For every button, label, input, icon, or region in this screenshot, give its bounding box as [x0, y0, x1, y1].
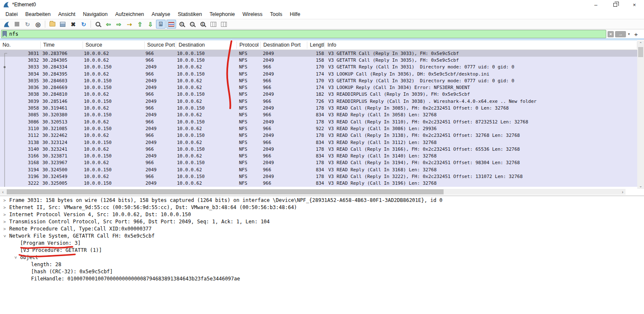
detail-line[interactable]: FileHandle: 0100070001007000000000000879… [0, 275, 644, 283]
packet-row-3038[interactable]: 303830.28481010.0.0.6296610.0.0.150NFS20… [0, 91, 637, 98]
packet-row-3032[interactable]: 303230.28430510.0.0.6296610.0.0.150NFS20… [0, 57, 637, 63]
packet-row-3138[interactable]: 313830.32312410.0.0.150204910.0.0.62NFS9… [0, 139, 637, 146]
filter-apply-button[interactable]: → [615, 31, 626, 37]
cell-src_port: 966 [145, 160, 176, 165]
start-capture-icon[interactable] [2, 20, 11, 29]
auto-scroll-icon[interactable]: ⍗ [156, 20, 166, 29]
scroll-up-icon[interactable]: ⌃ [637, 40, 644, 47]
menu-hilfe[interactable]: Hilfe [286, 10, 304, 18]
detail-line[interactable]: >object [0, 254, 644, 261]
menu-telephonie[interactable]: Telephonie [206, 10, 239, 18]
column-header-destination[interactable]: Destination [176, 42, 237, 49]
packet-row-3194[interactable]: 319430.32450010.0.0.150204910.0.0.62NFS9… [0, 166, 637, 173]
detail-line[interactable]: >Transmission Control Protocol, Src Port… [0, 218, 644, 225]
expand-arrow-icon[interactable]: > [3, 197, 7, 204]
detail-line[interactable]: >Frame 3031: 158 bytes on wire (1264 bit… [0, 197, 644, 204]
detail-line[interactable]: >Internet Protocol Version 4, Src: 10.0.… [0, 211, 644, 218]
menu-datei[interactable]: Datei [2, 10, 21, 18]
scroll-right-icon[interactable]: › [620, 189, 626, 195]
packet-row-3033[interactable]: 303330.28433410.0.0.150204910.0.0.62NFS9… [0, 64, 637, 71]
expand-arrow-icon[interactable]: > [3, 211, 7, 218]
column-header-length[interactable]: Lengtl [307, 42, 325, 49]
menu-tools[interactable]: Tools [266, 10, 286, 18]
packet-row-3035[interactable]: 303530.28460310.0.0.150204910.0.0.62NFS9… [0, 77, 637, 84]
restore-button[interactable] [605, 0, 625, 9]
column-header-protocol[interactable]: Protocol [237, 42, 261, 49]
vertical-scrollbar-thumb[interactable] [638, 47, 643, 57]
expand-arrow-icon[interactable]: > [3, 218, 7, 225]
layout-icon[interactable] [219, 20, 229, 29]
packet-row-3086[interactable]: 308630.32051310.0.0.6296610.0.0.150NFS20… [0, 118, 637, 125]
detail-line[interactable]: length: 28 [0, 261, 644, 268]
column-header-no[interactable]: No. [0, 42, 41, 49]
stop-capture-icon[interactable] [12, 20, 22, 29]
filter-clear-button[interactable]: × [608, 31, 614, 37]
reload-file-icon[interactable]: ↻ [79, 20, 88, 29]
packet-row-3039[interactable]: 303930.28514610.0.0.150204910.0.0.62NFS9… [0, 98, 637, 105]
detail-line[interactable]: >Ethernet II, Src: VMware_9d:55:cc (00:5… [0, 204, 644, 211]
go-back-icon[interactable]: ⇦ [104, 20, 113, 29]
detail-line[interactable]: [Program Version: 3] [0, 240, 644, 247]
column-header-dst_port[interactable]: Destination Port [261, 42, 307, 49]
column-header-source[interactable]: Source [83, 42, 145, 49]
vertical-scrollbar[interactable]: ⌃ ⌄ [637, 40, 644, 189]
menu-ansicht[interactable]: Ansicht [55, 10, 79, 18]
packet-row-3110[interactable]: 311030.32108510.0.0.150204910.0.0.62NFS9… [0, 125, 637, 132]
horizontal-scrollbar[interactable]: ‹ › [0, 189, 626, 195]
filter-dropdown-caret[interactable]: ▾ [626, 32, 632, 36]
packet-row-3031[interactable]: 303130.28370610.0.0.6296610.0.0.150NFS20… [0, 50, 637, 57]
detail-line[interactable]: >Remote Procedure Call, Type:Call XID:0x… [0, 225, 644, 233]
filter-add-button[interactable]: + [632, 31, 640, 38]
menu-wireless[interactable]: Wireless [239, 10, 266, 18]
menu-bearbeiten[interactable]: Bearbeiten [21, 10, 54, 18]
zoom-out-icon[interactable]: − [187, 20, 197, 29]
menu-statistiken[interactable]: Statistiken [174, 10, 206, 18]
packet-row-3036[interactable]: 303630.28466910.0.0.150204910.0.0.62NFS9… [0, 84, 637, 91]
go-forward-icon[interactable]: ⇨ [114, 20, 124, 29]
save-file-icon[interactable] [58, 20, 68, 29]
resize-columns-icon[interactable] [208, 20, 218, 29]
packet-row-3196[interactable]: 319630.32454910.0.0.6296610.0.0.150NFS20… [0, 173, 637, 180]
packet-row-3168[interactable]: 316830.32396710.0.0.6296610.0.0.150NFS20… [0, 160, 637, 166]
go-last-packet-icon[interactable]: ⇩ [145, 20, 155, 29]
collapse-arrow-icon[interactable]: > [12, 256, 19, 260]
zoom-in-icon[interactable]: + [177, 20, 187, 29]
packet-row-3222[interactable]: 322230.32500510.0.0.150204910.0.0.62NFS9… [0, 180, 637, 187]
zoom-100-icon[interactable]: 1 [198, 20, 208, 29]
packet-row-3166[interactable]: 316630.32387110.0.0.150204910.0.0.62NFS9… [0, 152, 637, 159]
detail-line[interactable]: [V3 Procedure: GETATTR (1)] [0, 247, 644, 254]
packet-list-header[interactable]: No.TimeSourceSource PortDestinationProto… [0, 40, 637, 50]
horizontal-scrollbar-thumb[interactable] [7, 189, 444, 194]
go-to-packet-icon[interactable]: ⇢ [125, 20, 134, 29]
colorize-icon[interactable] [166, 20, 176, 29]
detail-line[interactable]: >Network File System, GETATTR Call FH: 0… [0, 233, 644, 240]
find-packet-icon[interactable] [93, 20, 103, 29]
expand-arrow-icon[interactable]: > [3, 204, 7, 211]
menu-aufzeichnen[interactable]: Aufzeichnen [112, 10, 148, 18]
close-button[interactable]: × [625, 0, 644, 9]
minimize-button[interactable]: – [586, 0, 605, 9]
display-filter-input[interactable]: nfs [1, 30, 606, 38]
go-first-packet-icon[interactable]: ⇧ [135, 20, 145, 29]
column-header-time[interactable]: Time [41, 42, 83, 49]
collapse-arrow-icon[interactable]: > [1, 234, 8, 238]
cell-protocol: NFS [237, 147, 261, 152]
packet-row-3034[interactable]: 303430.28439510.0.0.6296610.0.0.150NFS20… [0, 71, 637, 77]
detail-line[interactable]: [hash (CRC-32): 0x5e9c5cbf] [0, 268, 644, 275]
capture-options-icon[interactable]: ◎ [33, 20, 43, 29]
open-file-icon[interactable] [47, 20, 57, 29]
scroll-down-icon[interactable]: ⌄ [637, 183, 644, 189]
packet-row-3112[interactable]: 311230.32246210.0.0.6296610.0.0.150NFS20… [0, 132, 637, 139]
menu-analyse[interactable]: Analyse [148, 10, 174, 18]
filter-bookmark-icon[interactable] [3, 31, 7, 37]
column-header-info[interactable]: Info [325, 42, 637, 49]
packet-row-3058[interactable]: 305830.31946110.0.0.6296610.0.0.150NFS20… [0, 105, 637, 111]
column-header-src_port[interactable]: Source Port [145, 42, 176, 49]
packet-row-3140[interactable]: 314030.32324110.0.0.6296610.0.0.150NFS20… [0, 146, 637, 152]
scroll-left-icon[interactable]: ‹ [0, 189, 6, 195]
restart-capture-icon[interactable]: ↻ [23, 20, 32, 29]
packet-row-3085[interactable]: 308530.32038010.0.0.150204910.0.0.62NFS9… [0, 112, 637, 118]
menu-navigation[interactable]: Navigation [79, 10, 112, 18]
expand-arrow-icon[interactable]: > [3, 225, 7, 233]
close-file-icon[interactable]: ✖ [68, 20, 78, 29]
